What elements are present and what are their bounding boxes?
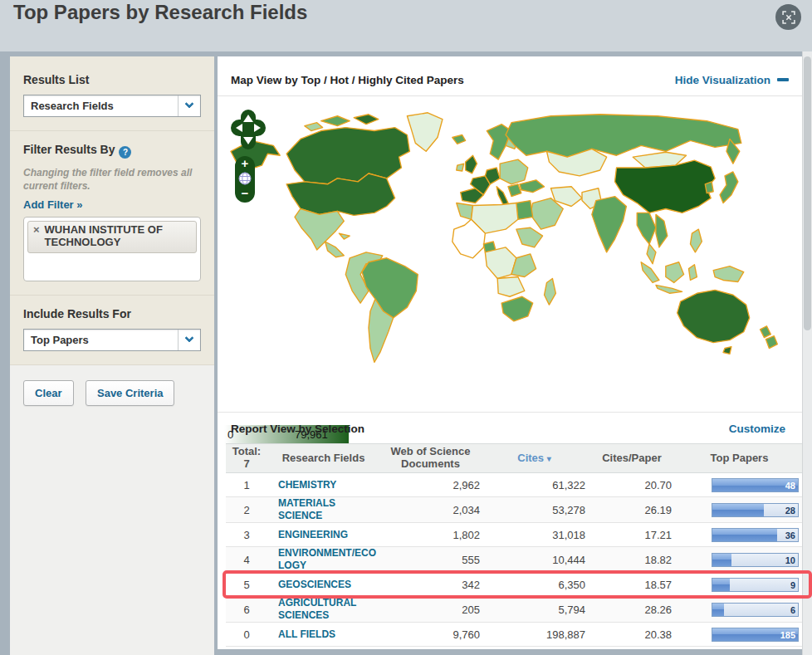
cites-per-paper-cell: 18.82 (587, 554, 677, 566)
table-row: 1 CHEMISTRY 2,962 61,322 20.70 48 (226, 473, 802, 497)
total-label: Total: (226, 446, 267, 458)
map-title: Map View by Top / Hot / Highly Cited Pap… (231, 74, 464, 86)
customize-link[interactable]: Customize (729, 423, 785, 435)
field-link[interactable]: AGRICULTURAL SCIENCES (267, 597, 379, 622)
docs-cell: 1,802 (379, 529, 482, 541)
report-header: Report View by Selection Customize (218, 412, 802, 443)
globe-icon[interactable] (238, 172, 252, 185)
report-table: Total: 7 Research Fields Web of Science … (226, 443, 802, 647)
rank-cell: 6 (226, 604, 267, 616)
docs-cell: 342 (379, 579, 482, 591)
column-cites-per-paper[interactable]: Cites/Paper (587, 451, 677, 467)
top-papers-bar: 6 (677, 603, 802, 617)
field-link[interactable]: ENVIRONMENT/ECOLOGY (267, 547, 379, 572)
bar-value: 10 (785, 555, 795, 565)
filter-tag[interactable]: × WUHAN INSTITUTE OF TECHNOLOGY (27, 221, 197, 253)
field-link[interactable]: GEOSCIENCES (267, 579, 379, 591)
map-south-america[interactable] (345, 252, 418, 362)
rank-cell: 0 (226, 628, 267, 641)
bar-value: 36 (785, 530, 795, 540)
bar-fill (712, 579, 730, 591)
fullscreen-icon (780, 9, 797, 26)
hide-visualization-link[interactable]: Hide Visualization (675, 74, 789, 86)
include-results-dropdown[interactable]: Top Papers (23, 329, 201, 351)
esi-app: Top Papers by Research Fields Results Li… (0, 0, 812, 655)
column-total: Total: 7 (226, 444, 267, 472)
rank-cell: 4 (226, 554, 267, 566)
world-map[interactable] (223, 105, 797, 380)
remove-tag-icon[interactable]: × (33, 224, 40, 237)
column-research-fields[interactable]: Research Fields (267, 451, 379, 467)
bar-value: 185 (780, 630, 795, 640)
top-papers-bar: 10 (677, 553, 802, 567)
results-list-label: Results List (23, 73, 201, 86)
map-asia[interactable] (582, 152, 738, 263)
zoom-in-button[interactable]: + (242, 158, 249, 169)
bar-value: 48 (785, 481, 795, 491)
column-cites[interactable]: Cites ▾ (482, 451, 587, 467)
bar-value: 6 (790, 605, 795, 615)
bar-track: 28 (712, 503, 799, 517)
table-header-row: Total: 7 Research Fields Web of Science … (226, 443, 802, 473)
cites-per-paper-cell: 20.38 (587, 628, 677, 641)
results-list-value: Research Fields (24, 95, 178, 116)
save-criteria-button[interactable]: Save Criteria (86, 380, 175, 406)
cites-cell: 53,278 (482, 504, 587, 516)
table-row: 3 ENGINEERING 1,802 31,018 17.21 36 (226, 523, 802, 547)
dropdown-arrow[interactable] (178, 330, 200, 350)
fullscreen-button[interactable] (775, 4, 801, 30)
bar-fill (712, 604, 724, 616)
docs-cell: 2,034 (379, 504, 482, 516)
filter-note: Changing the filter field removes all cu… (23, 167, 201, 193)
cites-per-paper-cell: 17.21 (587, 529, 677, 541)
zoom-out-button[interactable]: − (242, 188, 249, 199)
cites-cell: 10,444 (482, 554, 587, 566)
top-bar: Top Papers by Research Fields (0, 0, 812, 51)
clear-button[interactable]: Clear (23, 380, 74, 406)
cites-cell: 198,887 (482, 628, 587, 641)
bar-track: 10 (712, 553, 799, 567)
bar-fill (712, 554, 731, 566)
table-row: 4 ENVIRONMENT/ECOLOGY 555 10,444 18.82 1… (226, 547, 802, 573)
field-link[interactable]: ENGINEERING (267, 529, 379, 541)
add-filter-link[interactable]: Add Filter » (23, 198, 201, 211)
pan-pad-icon (231, 108, 266, 151)
help-icon[interactable]: ? (119, 146, 131, 159)
top-papers-bar: 28 (677, 503, 802, 517)
docs-cell: 205 (379, 604, 482, 616)
bar-value: 28 (785, 506, 795, 516)
field-link[interactable]: CHEMISTRY (267, 479, 379, 491)
filter-title-text: Filter Results By (23, 143, 115, 156)
column-wos-documents[interactable]: Web of Science Documents (379, 444, 482, 472)
cites-label: Cites (517, 452, 544, 464)
bar-fill (712, 504, 764, 516)
main-panel: Map View by Top / Hot / Highly Cited Pap… (218, 56, 802, 649)
scrollbar (802, 51, 812, 655)
field-link[interactable]: ALL FIELDS (267, 628, 379, 641)
scrollbar-thumb[interactable] (804, 56, 811, 330)
table-row-highlighted: 5 GEOSCIENCES 342 6,350 18.57 9 (226, 573, 802, 597)
page-title: Top Papers by Research Fields (13, 1, 307, 24)
chevron-down-icon (184, 333, 193, 342)
include-results-section: Include Results For Top Papers (10, 296, 214, 365)
bar-track: 185 (712, 628, 799, 642)
map-oceania[interactable] (641, 262, 777, 354)
total-value: 7 (226, 458, 267, 471)
sidebar-buttons: Clear Save Criteria (10, 365, 214, 421)
field-link[interactable]: MATERIALS SCIENCE (267, 497, 379, 522)
map-pan-control[interactable] (231, 108, 266, 154)
filter-box: × WUHAN INSTITUTE OF TECHNOLOGY (23, 217, 201, 281)
include-results-value: Top Papers (24, 330, 178, 350)
map-area: + − 0 79,961 (218, 96, 802, 385)
table-row: 6 AGRICULTURAL SCIENCES 205 5,794 28.26 … (226, 597, 802, 623)
top-papers-bar: 9 (677, 578, 802, 592)
dropdown-arrow[interactable] (178, 95, 200, 116)
map-header: Map View by Top / Hot / Highly Cited Pap… (218, 56, 802, 96)
docs-cell: 555 (379, 554, 482, 566)
results-list-dropdown[interactable]: Research Fields (23, 95, 201, 117)
docs-cell: 2,962 (379, 479, 482, 491)
column-top-papers[interactable]: Top Papers (677, 451, 802, 467)
results-list-section: Results List Research Fields (10, 56, 214, 131)
cites-per-paper-cell: 18.57 (587, 579, 677, 591)
chevron-down-icon (184, 99, 193, 108)
